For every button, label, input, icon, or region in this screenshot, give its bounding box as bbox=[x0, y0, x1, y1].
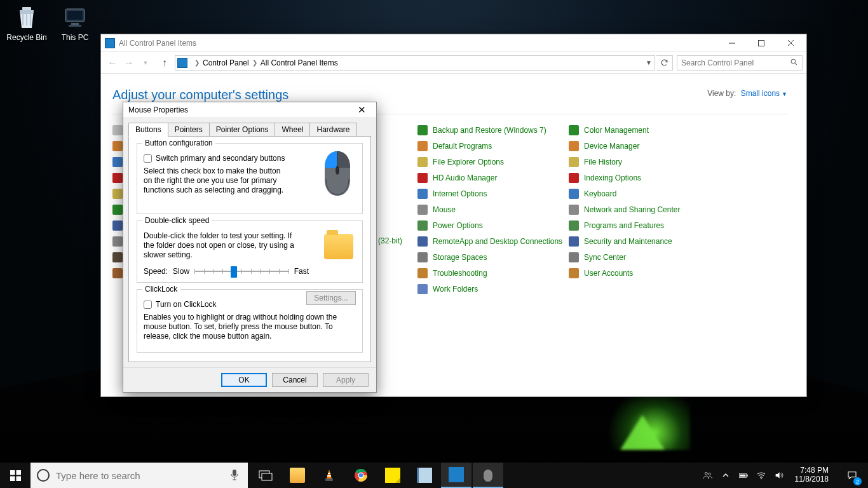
control-panel-item-icon bbox=[569, 141, 579, 151]
nav-forward-button[interactable]: → bbox=[121, 55, 137, 71]
control-panel-item[interactable]: Device Manager bbox=[569, 138, 734, 154]
control-panel-item-link[interactable]: HD Audio Manager bbox=[433, 173, 497, 182]
action-center-button[interactable]: 2 bbox=[839, 463, 865, 488]
search-box[interactable] bbox=[677, 55, 803, 71]
desktop-icon-this-pc[interactable]: This PC bbox=[52, 4, 98, 42]
taskbar-vlc[interactable] bbox=[314, 463, 344, 488]
control-panel-item-link[interactable]: Sync Center bbox=[584, 253, 626, 262]
checkbox-input[interactable] bbox=[144, 301, 152, 309]
control-panel-item[interactable]: Backup and Restore (Windows 7) bbox=[417, 122, 569, 138]
control-panel-item-link[interactable]: Indexing Options bbox=[584, 173, 641, 182]
battery-icon[interactable] bbox=[738, 470, 749, 481]
search-input[interactable] bbox=[681, 58, 790, 67]
dialog-tab[interactable]: Wheel bbox=[275, 123, 310, 137]
taskbar-search[interactable] bbox=[31, 463, 248, 488]
control-panel-item-link[interactable]: Power Options bbox=[433, 221, 483, 230]
control-panel-item[interactable]: Keyboard bbox=[569, 186, 734, 201]
view-by-dropdown[interactable]: Small icons▼ bbox=[741, 89, 787, 98]
control-panel-item-link[interactable]: File History bbox=[584, 158, 622, 166]
tray-overflow-button[interactable] bbox=[720, 470, 731, 481]
breadcrumb-item[interactable]: Control Panel bbox=[203, 58, 249, 67]
control-panel-item[interactable]: Work Folders bbox=[417, 281, 569, 297]
volume-icon[interactable] bbox=[773, 470, 785, 481]
control-panel-item-link[interactable]: Programs and Features bbox=[584, 221, 664, 230]
dialog-titlebar[interactable]: Mouse Properties ✕ bbox=[123, 102, 376, 118]
control-panel-item-link[interactable]: User Accounts bbox=[584, 269, 633, 278]
control-panel-item[interactable]: Troubleshooting bbox=[417, 265, 569, 281]
control-panel-item-link[interactable]: Keyboard bbox=[584, 189, 616, 198]
test-folder-icon[interactable] bbox=[324, 234, 353, 259]
checkbox-label: Turn on ClickLock bbox=[156, 300, 217, 309]
control-panel-item[interactable]: Network and Sharing Center bbox=[569, 201, 734, 217]
control-panel-item[interactable]: Programs and Features bbox=[569, 217, 734, 233]
dialog-tab[interactable]: Pointers bbox=[168, 123, 210, 137]
control-panel-item[interactable]: Power Options bbox=[417, 217, 569, 233]
nav-recent-dropdown[interactable]: ▼ bbox=[138, 55, 153, 71]
taskbar-sticky-notes[interactable] bbox=[377, 463, 408, 488]
address-bar[interactable]: ❯ Control Panel ❯ All Control Panel Item… bbox=[175, 55, 655, 71]
dialog-tabstrip: ButtonsPointersPointer OptionsWheelHardw… bbox=[123, 118, 376, 136]
control-panel-item-link[interactable]: Troubleshooting bbox=[433, 269, 487, 278]
control-panel-item-link[interactable]: Network and Sharing Center bbox=[584, 205, 680, 214]
dialog-tab[interactable]: Hardware bbox=[309, 123, 356, 137]
address-dropdown[interactable]: ▼ bbox=[643, 59, 654, 66]
control-panel-item-link[interactable]: Device Manager bbox=[584, 142, 639, 151]
control-panel-item[interactable]: User Accounts bbox=[569, 265, 734, 281]
start-button[interactable] bbox=[0, 463, 31, 488]
control-panel-item-link[interactable]: Color Management bbox=[584, 126, 649, 135]
nav-up-button[interactable]: ↑ bbox=[157, 55, 172, 71]
taskbar-notepad[interactable] bbox=[409, 463, 440, 488]
control-panel-item-link[interactable]: Default Programs bbox=[433, 142, 492, 151]
control-panel-item[interactable]: Mouse bbox=[417, 201, 569, 217]
people-icon[interactable] bbox=[702, 470, 714, 481]
breadcrumb-item[interactable]: All Control Panel Items bbox=[261, 58, 338, 67]
control-panel-item[interactable]: Security and Maintenance bbox=[569, 233, 734, 249]
taskbar-file-explorer[interactable] bbox=[282, 463, 313, 488]
wifi-icon[interactable] bbox=[756, 470, 767, 481]
control-panel-item[interactable]: Sync Center bbox=[569, 249, 734, 265]
control-panel-item-link[interactable]: File Explorer Options bbox=[433, 158, 504, 166]
taskbar-search-input[interactable] bbox=[56, 470, 230, 481]
taskbar-chrome[interactable] bbox=[346, 463, 376, 488]
svg-point-22 bbox=[709, 473, 710, 475]
control-panel-item-link[interactable]: RemoteApp and Desktop Connections bbox=[433, 237, 562, 246]
control-panel-item[interactable]: File Explorer Options bbox=[417, 154, 569, 170]
cancel-button[interactable]: Cancel bbox=[272, 373, 318, 387]
minimize-button[interactable] bbox=[717, 35, 747, 51]
refresh-button[interactable] bbox=[656, 55, 673, 71]
control-panel-item-link[interactable]: Backup and Restore (Windows 7) bbox=[433, 126, 546, 135]
slider-thumb[interactable] bbox=[231, 266, 237, 278]
ok-button[interactable]: OK bbox=[221, 373, 267, 387]
control-panel-item[interactable]: Default Programs bbox=[417, 138, 569, 154]
microphone-icon[interactable] bbox=[230, 469, 241, 482]
dialog-tab[interactable]: Buttons bbox=[128, 123, 168, 137]
control-panel-item[interactable]: Indexing Options bbox=[569, 170, 734, 186]
close-button[interactable] bbox=[776, 35, 805, 51]
control-panel-item[interactable]: Color Management bbox=[569, 122, 734, 138]
desktop-icon-recycle-bin[interactable]: Recycle Bin bbox=[4, 4, 50, 42]
dialog-close-button[interactable]: ✕ bbox=[352, 103, 371, 117]
checkbox-input[interactable] bbox=[144, 154, 152, 163]
double-click-speed-slider[interactable] bbox=[194, 265, 289, 278]
taskbar-control-panel[interactable] bbox=[441, 463, 471, 488]
control-panel-item[interactable]: Internet Options bbox=[417, 186, 569, 201]
control-panel-item-icon bbox=[417, 268, 428, 278]
control-panel-item-link[interactable]: Internet Options bbox=[433, 189, 487, 198]
slow-label: Slow bbox=[173, 267, 189, 276]
partial-item-text[interactable]: (32-bit) bbox=[378, 236, 402, 245]
control-panel-item-link[interactable]: Mouse bbox=[433, 205, 456, 214]
nav-back-button[interactable]: ← bbox=[105, 55, 120, 71]
taskbar-clock[interactable]: 7:48 PM 11/8/2018 bbox=[795, 466, 829, 484]
taskbar-mouse-settings[interactable] bbox=[473, 463, 503, 488]
control-panel-item[interactable]: RemoteApp and Desktop Connections bbox=[417, 233, 569, 249]
task-view-button[interactable] bbox=[250, 463, 281, 488]
control-panel-item-link[interactable]: Storage Spaces bbox=[433, 253, 487, 262]
control-panel-item[interactable]: File History bbox=[569, 154, 734, 170]
dialog-tab[interactable]: Pointer Options bbox=[209, 123, 276, 137]
maximize-button[interactable] bbox=[747, 35, 776, 51]
control-panel-item[interactable]: HD Audio Manager bbox=[417, 170, 569, 186]
control-panel-item-link[interactable]: Work Folders bbox=[433, 285, 478, 294]
control-panel-item-link[interactable]: Security and Maintenance bbox=[584, 237, 672, 246]
titlebar[interactable]: All Control Panel Items bbox=[101, 34, 806, 52]
control-panel-item[interactable]: Storage Spaces bbox=[417, 249, 569, 265]
